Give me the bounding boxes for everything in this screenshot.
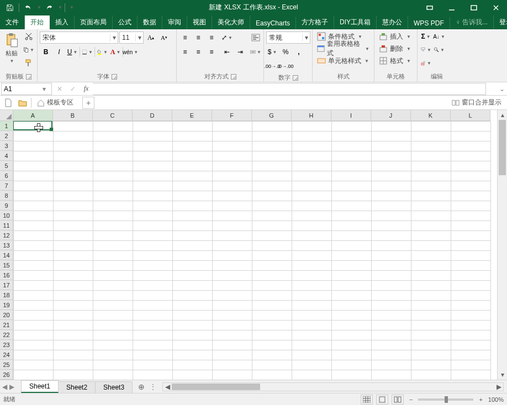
cell-A8[interactable] xyxy=(14,191,54,201)
tab-page-layout[interactable]: 页面布局 xyxy=(75,15,113,29)
cell-H23[interactable] xyxy=(292,340,332,350)
cell-A25[interactable] xyxy=(14,360,54,370)
vertical-scrollbar[interactable]: ▴ ▾ xyxy=(497,110,507,380)
cell-C1[interactable] xyxy=(93,122,133,132)
cell-L3[interactable] xyxy=(451,141,491,151)
cell-D7[interactable] xyxy=(133,181,173,191)
add-workbook-button[interactable]: + xyxy=(82,97,94,109)
cell-C22[interactable] xyxy=(93,330,133,340)
cell-H8[interactable] xyxy=(292,191,332,201)
sheet-nav-arrows[interactable]: ◀▶ xyxy=(0,383,17,391)
cell-E6[interactable] xyxy=(173,171,213,181)
cell-E9[interactable] xyxy=(173,201,213,211)
new-file-icon[interactable] xyxy=(2,97,14,109)
cell-K13[interactable] xyxy=(411,241,451,251)
cell-D22[interactable] xyxy=(133,330,173,340)
row-header-13[interactable]: 13 xyxy=(0,240,13,250)
row-header-21[interactable]: 21 xyxy=(0,320,13,330)
cell-D4[interactable] xyxy=(133,151,173,161)
cell-D9[interactable] xyxy=(133,201,173,211)
zoom-out-button[interactable]: − xyxy=(407,396,415,403)
cell-I23[interactable] xyxy=(332,340,372,350)
cell-I11[interactable] xyxy=(332,221,372,231)
cell-C10[interactable] xyxy=(93,211,133,221)
row-header-20[interactable]: 20 xyxy=(0,310,13,320)
tab-square[interactable]: 方方格子 xyxy=(296,15,334,29)
cell-D24[interactable] xyxy=(133,350,173,360)
ribbon-options-button[interactable] xyxy=(419,0,441,15)
cell-L22[interactable] xyxy=(451,330,491,340)
sheet-tab-sheet3[interactable]: Sheet3 xyxy=(95,381,133,393)
cell-K3[interactable] xyxy=(411,141,451,151)
cell-C4[interactable] xyxy=(93,151,133,161)
template-zone-button[interactable]: 模板专区 xyxy=(34,98,77,107)
cell-G11[interactable] xyxy=(252,221,292,231)
number-format-combo[interactable]: 常规▾ xyxy=(266,32,310,44)
alignment-dialog[interactable] xyxy=(231,74,236,80)
cell-E10[interactable] xyxy=(173,211,213,221)
fill-color-button[interactable]: ▼ xyxy=(96,46,108,58)
fill-button[interactable]: ▼ xyxy=(420,44,432,56)
cell-H17[interactable] xyxy=(292,281,332,291)
cell-J2[interactable] xyxy=(372,132,411,141)
align-left-button[interactable]: ≡ xyxy=(179,46,191,58)
cell-D19[interactable] xyxy=(133,301,173,311)
cell-K11[interactable] xyxy=(411,221,451,231)
cell-H6[interactable] xyxy=(292,171,332,181)
cell-I25[interactable] xyxy=(332,360,372,370)
cell-K9[interactable] xyxy=(411,201,451,211)
cell-H18[interactable] xyxy=(292,291,332,301)
cell-C8[interactable] xyxy=(93,191,133,201)
cell-I12[interactable] xyxy=(332,231,372,241)
cell-G8[interactable] xyxy=(252,191,292,201)
cell-I7[interactable] xyxy=(332,181,372,191)
cell-G16[interactable] xyxy=(252,271,292,281)
column-header-I[interactable]: I xyxy=(331,110,371,120)
cell-A17[interactable] xyxy=(14,281,54,291)
row-header-26[interactable]: 26 xyxy=(0,370,13,380)
cell-E26[interactable] xyxy=(173,370,213,380)
font-dialog[interactable] xyxy=(112,74,117,80)
cell-L2[interactable] xyxy=(451,132,491,141)
cell-B21[interactable] xyxy=(54,321,93,330)
cell-J11[interactable] xyxy=(372,221,411,231)
row-header-24[interactable]: 24 xyxy=(0,350,13,360)
cell-C14[interactable] xyxy=(93,251,133,261)
cell-I8[interactable] xyxy=(332,191,372,201)
zoom-in-button[interactable]: + xyxy=(477,396,484,403)
zoom-slider[interactable] xyxy=(418,398,473,401)
cell-F15[interactable] xyxy=(213,261,252,271)
cell-B26[interactable] xyxy=(54,370,93,380)
cell-H15[interactable] xyxy=(292,261,332,271)
cell-A20[interactable] xyxy=(14,311,54,321)
cell-F20[interactable] xyxy=(213,311,252,321)
cut-button[interactable] xyxy=(23,30,35,43)
cell-A5[interactable] xyxy=(14,161,54,171)
cell-E25[interactable] xyxy=(173,360,213,370)
vscroll-thumb[interactable] xyxy=(499,120,506,175)
cell-I22[interactable] xyxy=(332,330,372,340)
page-break-view-button[interactable] xyxy=(392,395,404,405)
find-button[interactable]: ▼ xyxy=(433,44,445,56)
cell-L10[interactable] xyxy=(451,211,491,221)
cell-A10[interactable] xyxy=(14,211,54,221)
cell-K2[interactable] xyxy=(411,132,451,141)
cells-area[interactable] xyxy=(13,121,497,380)
cell-L15[interactable] xyxy=(451,261,491,271)
cell-K21[interactable] xyxy=(411,321,451,330)
cell-K18[interactable] xyxy=(411,291,451,301)
cell-F24[interactable] xyxy=(213,350,252,360)
cell-I13[interactable] xyxy=(332,241,372,251)
cell-K19[interactable] xyxy=(411,301,451,311)
cell-H10[interactable] xyxy=(292,211,332,221)
cell-D15[interactable] xyxy=(133,261,173,271)
row-header-16[interactable]: 16 xyxy=(0,270,13,280)
cell-E1[interactable] xyxy=(173,122,213,132)
cell-H13[interactable] xyxy=(292,241,332,251)
cell-F17[interactable] xyxy=(213,281,252,291)
cell-H14[interactable] xyxy=(292,251,332,261)
cell-D18[interactable] xyxy=(133,291,173,301)
cell-J1[interactable] xyxy=(372,122,411,132)
cell-A1[interactable] xyxy=(14,122,54,132)
cell-L11[interactable] xyxy=(451,221,491,231)
